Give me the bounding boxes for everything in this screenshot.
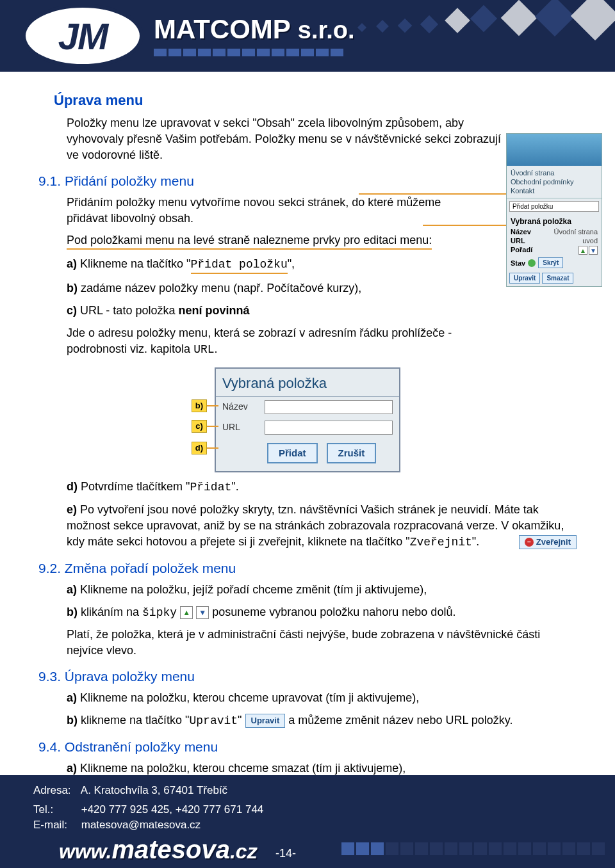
panel-url-row: URL uvod (507, 236, 602, 245)
arrow-up-button[interactable]: ▲ (180, 606, 193, 619)
panel-delete-button[interactable]: Smazat (542, 273, 573, 284)
logo-badge: JM (22, 4, 144, 68)
company-name: MATCOMP s.r.o. (154, 14, 355, 45)
header-underline-squares (154, 49, 343, 56)
s91-a: a) Klikneme na tlačítko "Přidat položku"… (67, 256, 489, 274)
callout-line-2 (423, 225, 506, 226)
heading-9-1: 9.1. Přidání položky menu (38, 172, 577, 191)
footer-email: E-mail: matesova@matesova.cz (33, 819, 201, 832)
dialog-add-button[interactable]: Přidat (267, 443, 318, 464)
heading-9-3: 9.3. Úprava položky menu (38, 668, 577, 686)
s93-a: a) Klikneme na položku, kterou chceme up… (67, 690, 577, 706)
dialog-name-input[interactable] (265, 400, 393, 414)
panel-selected-title: Vybraná položka (507, 214, 602, 227)
menu-side-panel: Úvodní strana Obchodní podmínky Kontakt … (506, 133, 602, 287)
dialog-url-label: URL (222, 421, 261, 433)
edit-button-inline[interactable]: Upravit (245, 714, 286, 728)
s92-a: a) Klikneme na položku, jejíž pořadí chc… (67, 582, 577, 598)
panel-menu-item[interactable]: Kontakt (511, 186, 598, 195)
panel-order-row: Pořadí ▲ ▼ (507, 245, 602, 255)
footer-website: www.matesova.cz (59, 835, 258, 864)
marker-b: b) (192, 399, 207, 412)
s92-follow: Platí, že položka, která je v administra… (67, 627, 577, 659)
section-title: Úprava menu (54, 91, 577, 110)
panel-hide-button[interactable]: Skrýt (538, 257, 563, 268)
s91-c: c) URL - tato položka není povinná (67, 303, 489, 319)
marker-d: d) (192, 442, 207, 454)
publish-button[interactable]: – Zveřejnit (519, 535, 577, 549)
dialog-name-label: Název (222, 401, 261, 413)
s91-d: d) Potvrdíme tlačítkem "Přidat". (67, 479, 577, 495)
footer-telephone: Tel.: +420 777 925 425, +420 777 671 744 (33, 803, 263, 816)
panel-thumbnail (507, 134, 602, 166)
footer-deco-squares (341, 842, 605, 855)
panel-arrow-up[interactable]: ▲ (578, 246, 587, 255)
heading-9-4: 9.4. Odstranění položky menu (38, 738, 577, 757)
callout-line-1 (359, 193, 506, 195)
dialog-cancel-button[interactable]: Zrušit (327, 443, 377, 464)
section-intro: Položky menu lze upravovat v sekci "Obsa… (67, 115, 502, 163)
s91-p1: Přidáním položky menu vytvoříme novou se… (67, 195, 477, 227)
panel-menu-item[interactable]: Úvodní strana (511, 168, 598, 177)
add-item-dialog: Vybraná položka b) Název c) URL d) Přida… (215, 367, 400, 472)
panel-menu-list: Úvodní strana Obchodní podmínky Kontakt (507, 166, 602, 198)
s91-e: e) Po vytvoření jsou nové položky skryty… (67, 502, 577, 550)
heading-9-2: 9.2. Změna pořadí položek menu (38, 559, 577, 578)
page-footer: Adresa: A. Kratochvíla 3, 67401 Třebíč T… (0, 775, 615, 868)
marker-c: c) (192, 420, 207, 433)
page-number: -14- (275, 847, 296, 860)
panel-edit-button[interactable]: Upravit (509, 273, 540, 284)
s91-b: b) zadáme název položky menu (např. Počí… (67, 280, 489, 296)
s91-p2: Pod položkami menu na levé straně nalezn… (67, 232, 489, 250)
arrow-down-button[interactable]: ▼ (196, 606, 209, 619)
page-header: JM MATCOMP s.r.o. (0, 0, 615, 72)
s91-c-follow: Jde o adresu položky menu, která se zobr… (67, 325, 515, 358)
dialog-title: Vybraná položka (216, 369, 399, 396)
panel-menu-item[interactable]: Obchodní podmínky (511, 177, 598, 186)
panel-arrow-down[interactable]: ▼ (589, 246, 598, 255)
panel-state-row: Stav Skrýt (507, 255, 602, 270)
footer-address: Adresa: A. Kratochvíla 3, 67401 Třebíč (33, 784, 227, 797)
state-dot-icon (528, 259, 536, 267)
logo-text: JM (58, 15, 108, 58)
s93-b: b) klikneme na tlačítko "Upravit" Upravi… (67, 712, 577, 729)
panel-add-item-button[interactable]: Přidat položku (509, 201, 599, 212)
no-entry-icon: – (525, 538, 534, 547)
s92-b: b) klikáním na šipky ▲ ▼ posuneme vybran… (67, 604, 577, 621)
panel-name-row: Název Úvodní strana (507, 227, 602, 236)
dialog-url-input[interactable] (265, 421, 393, 435)
s94-a: a) Klikneme na položku, kterou chceme sm… (67, 760, 577, 776)
